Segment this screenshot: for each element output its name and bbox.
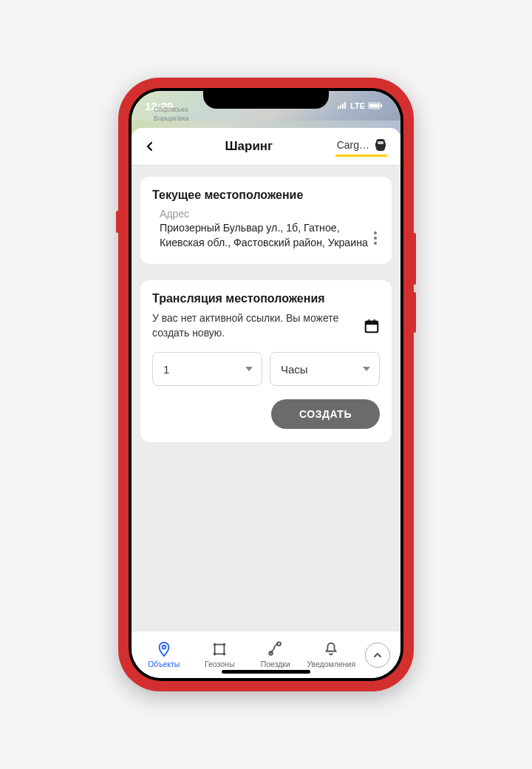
svg-rect-8 — [366, 321, 378, 325]
chevron-down-icon — [245, 367, 253, 371]
broadcast-title: Трансляция местоположения — [152, 292, 380, 305]
broadcast-info: У вас нет активной ссылки. Вы можете соз… — [152, 311, 356, 340]
nav-notifications[interactable]: Уведомления — [304, 641, 360, 668]
page-title: Шаринг — [163, 139, 335, 154]
broadcast-card: Трансляция местоположения У вас нет акти… — [140, 280, 392, 442]
svg-point-15 — [223, 653, 226, 656]
calendar-icon[interactable] — [364, 318, 380, 334]
svg-rect-10 — [374, 319, 375, 322]
svg-rect-4 — [378, 141, 383, 144]
collapse-button[interactable] — [365, 643, 390, 668]
route-icon — [267, 641, 284, 657]
current-location-title: Текущее местоположение — [152, 189, 380, 202]
svg-rect-1 — [369, 104, 380, 108]
svg-point-12 — [214, 643, 216, 646]
duration-value: 1 — [163, 363, 169, 376]
nav-label: Уведомления — [307, 660, 355, 668]
svg-rect-5 — [375, 143, 377, 147]
back-button[interactable] — [145, 138, 163, 155]
duration-unit-select[interactable]: Часы — [270, 352, 380, 386]
nav-label: Геозоны — [205, 660, 234, 668]
more-menu-icon[interactable] — [371, 226, 380, 251]
page-header: Шаринг Carg… — [132, 128, 400, 165]
content-area: Текущее местоположение Адрес Приозерный … — [132, 165, 400, 631]
notch — [203, 88, 329, 109]
svg-point-17 — [277, 642, 281, 646]
status-indicators: LTE — [337, 101, 383, 110]
nav-geozones[interactable]: Геозоны — [192, 641, 248, 668]
bell-icon — [323, 641, 339, 657]
nav-objects[interactable]: Объекты — [136, 641, 192, 668]
nav-label: Объекты — [148, 660, 180, 668]
svg-point-13 — [223, 643, 226, 646]
nav-label: Поездки — [261, 660, 290, 668]
nav-trips[interactable]: Поездки — [248, 641, 304, 668]
car-icon — [374, 137, 387, 153]
svg-rect-3 — [376, 139, 385, 151]
svg-rect-6 — [384, 143, 386, 147]
duration-unit: Часы — [281, 363, 308, 376]
svg-rect-9 — [368, 319, 369, 322]
svg-rect-2 — [381, 104, 383, 107]
phone-frame: 12:29 LTE Софіївська Борщагівка Шаринг C… — [118, 78, 414, 691]
pin-icon — [156, 641, 172, 657]
current-location-card: Текущее местоположение Адрес Приозерный … — [140, 177, 392, 264]
duration-value-select[interactable]: 1 — [152, 352, 262, 386]
unit-selector[interactable]: Carg… — [335, 137, 387, 157]
create-button[interactable]: СОЗДАТЬ — [271, 399, 380, 429]
polygon-icon — [211, 641, 228, 657]
svg-point-11 — [162, 646, 166, 649]
svg-point-14 — [214, 653, 216, 656]
status-network: LTE — [350, 101, 365, 110]
chevron-down-icon — [363, 367, 370, 371]
address-label: Адрес — [160, 208, 380, 220]
unit-label: Carg… — [337, 139, 369, 151]
home-indicator — [222, 670, 310, 674]
address-text: Приозерный Бульвар ул., 1б, Гатное, Киев… — [160, 221, 371, 250]
chevron-up-icon — [372, 650, 383, 660]
